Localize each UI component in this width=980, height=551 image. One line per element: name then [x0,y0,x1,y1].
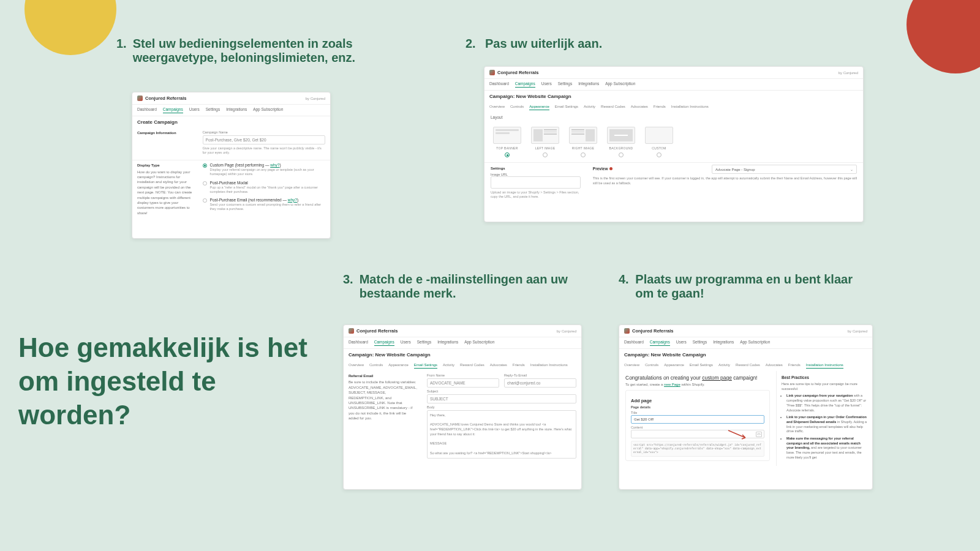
layout-options: TOP BANNER LEFT IMAGE RIGHT IMAGE BACKGR… [484,122,863,162]
layout-heading: Layout [484,113,863,122]
nav-integrations[interactable]: Integrations [437,340,458,346]
reply-to-input[interactable]: chari@conjured.co [504,378,576,388]
nav-users[interactable]: Users [189,107,200,113]
nav-campaigns[interactable]: Campaigns [374,340,394,346]
settings-heading: Settings [491,167,581,170]
layout-option-left-image[interactable]: LEFT IMAGE [530,127,560,157]
subnav-activity[interactable]: Activity [584,105,595,110]
campaign-name-label: Campaign Name [203,130,325,134]
best-practice-item: Make sure the messaging for your referra… [786,437,867,460]
subnav-advocates[interactable]: Advocates [490,363,507,369]
display-type-option[interactable]: Custom Page (best performing — why?) Dis… [203,163,325,176]
nav-dashboard[interactable]: Dashboard [624,340,644,346]
subnav-controls[interactable]: Controls [645,363,658,369]
main-nav: Dashboard Campaigns Users Settings Integ… [484,79,863,91]
page-title-input[interactable]: Get $20 Off! [631,415,764,424]
nav-app-subscription[interactable]: App Subscription [253,107,283,113]
radio-icon [203,181,207,186]
campaign-title: Campaign: New Website Campaign [484,91,863,102]
new-page-link[interactable]: new Page [664,383,680,386]
nav-integrations[interactable]: Integrations [226,107,247,113]
nav-campaigns[interactable]: Campaigns [515,81,535,88]
nav-app-subscription[interactable]: App Subscription [464,340,494,346]
layout-option-right-image[interactable]: RIGHT IMAGE [568,127,598,157]
subnav-controls[interactable]: Controls [369,363,383,369]
embed-code: <script src="https://conjured-referrals/… [631,441,764,457]
sub-nav: OverviewControlsAppearanceEmail Settings… [344,361,581,371]
app-brand: Conjured Referrals [349,328,398,334]
body-label: Body [427,405,576,409]
logo-icon [624,328,630,334]
radio-icon [619,152,624,157]
nav-settings[interactable]: Settings [693,340,707,346]
subnav-installation-instructions[interactable]: Installation Instructions [806,363,843,369]
subnav-overview[interactable]: Overview [489,105,505,110]
subnav-email-settings[interactable]: Email Settings [555,105,578,110]
nav-settings[interactable]: Settings [206,107,221,113]
body-textarea[interactable]: Hey there, ADVOCATE_NAME loves Conjured … [427,410,576,459]
code-toggle-icon[interactable]: <> [756,432,762,437]
from-name-input[interactable]: ADVOCATE_NAME [427,378,499,388]
step-1-label: 1. Stel uw bedieningselementen in zoals … [116,37,380,65]
campaign-name-hint: Give your campaign a descriptive name. T… [203,146,325,155]
campaign-name-input[interactable]: Post-Purchase, Give $20, Get $20 [203,135,325,144]
subnav-reward-codes[interactable]: Reward Codes [736,363,760,369]
subnav-advocates[interactable]: Advocates [631,105,648,110]
subnav-installation-instructions[interactable]: Installation Instructions [671,105,709,110]
layout-option-background[interactable]: BACKGROUND [606,127,636,157]
arrow-icon [727,429,749,440]
nav-app-subscription[interactable]: App Subscription [740,340,770,346]
preview-page-select[interactable]: Advocate Page - Signup⌄ [712,165,857,174]
nav-dashboard[interactable]: Dashboard [489,81,509,88]
display-type-option[interactable]: Post-Purchase Email (not recommended — w… [203,198,325,211]
by-text: by Conjured [839,71,858,75]
nav-users[interactable]: Users [401,340,411,346]
subnav-friends[interactable]: Friends [654,105,666,110]
subnav-reward-codes[interactable]: Reward Codes [460,363,484,369]
subnav-friends[interactable]: Friends [513,363,525,369]
app-brand: Conjured Referrals [137,96,187,101]
subnav-activity[interactable]: Activity [443,363,454,369]
subnav-email-settings[interactable]: Email Settings [414,363,437,369]
subnav-appearance[interactable]: Appearance [388,363,408,369]
nav-integrations[interactable]: Integrations [713,340,734,346]
nav-campaigns[interactable]: Campaigns [163,107,183,113]
app-brand: Conjured Referrals [489,70,539,75]
page-headline: Hoe gemakkelijk is het om ingesteld te w… [18,331,312,432]
best-practice-item: Link to your campaign in your Order Conf… [786,415,867,434]
nav-settings[interactable]: Settings [558,81,573,88]
subnav-activity[interactable]: Activity [718,363,730,369]
subnav-reward-codes[interactable]: Reward Codes [601,105,625,110]
subnav-friends[interactable]: Friends [788,363,801,369]
logo-icon [137,96,143,101]
nav-dashboard[interactable]: Dashboard [349,340,368,346]
subnav-installation-instructions[interactable]: Installation Instructions [530,363,568,369]
display-type-option[interactable]: Post-Purchase Modal Pop up a "refer a fr… [203,181,325,194]
nav-users[interactable]: Users [676,340,687,346]
nav-campaigns[interactable]: Campaigns [650,340,670,346]
subnav-advocates[interactable]: Advocates [766,363,783,369]
best-practices-list: Link your campaign from your navigation … [782,394,867,460]
image-url-input[interactable] [491,176,581,189]
nav-app-subscription[interactable]: App Subscription [605,81,635,88]
nav-dashboard[interactable]: Dashboard [137,107,157,113]
nav-settings[interactable]: Settings [417,340,432,346]
why-link[interactable]: why? [270,163,279,167]
page-details-label: Page details [631,405,764,409]
subnav-appearance[interactable]: Appearance [529,105,549,110]
referral-email-desc: Be sure to include the following variabl… [349,380,417,421]
subnav-overview[interactable]: Overview [624,363,639,369]
subnav-controls[interactable]: Controls [510,105,524,110]
layout-option-custom[interactable]: CUSTOM [644,127,674,157]
screenshot-installation: Conjured Referrals by Conjured Dashboard… [619,324,873,490]
subnav-overview[interactable]: Overview [349,363,364,369]
why-link[interactable]: why? [288,198,297,202]
subnav-appearance[interactable]: Appearance [664,363,684,369]
nav-integrations[interactable]: Integrations [578,81,599,88]
nav-users[interactable]: Users [541,81,552,88]
campaign-title: Campaign: New Website Campaign [619,349,872,361]
subnav-email-settings[interactable]: Email Settings [690,363,713,369]
layout-option-top-banner[interactable]: TOP BANNER [492,127,522,157]
subject-input[interactable]: SUBJECT [427,394,576,403]
radio-icon [505,152,510,157]
